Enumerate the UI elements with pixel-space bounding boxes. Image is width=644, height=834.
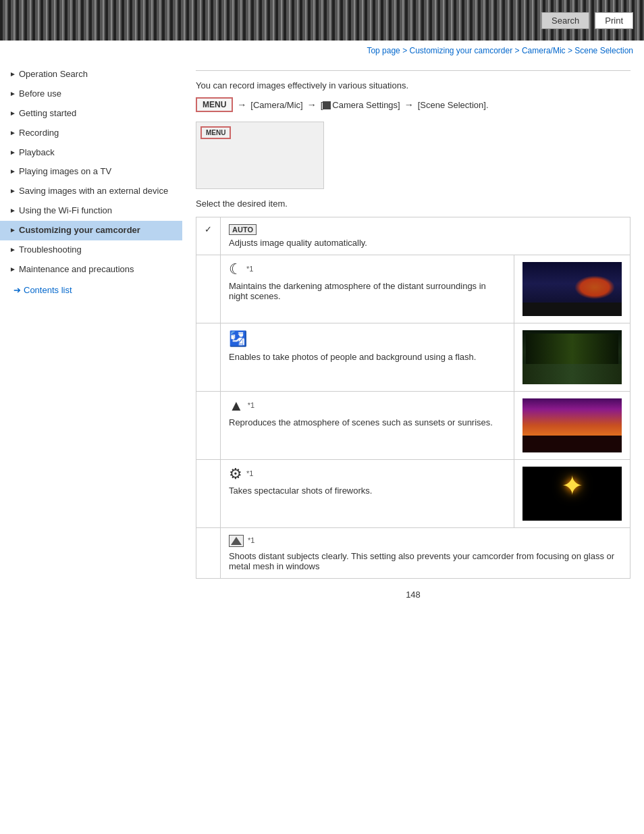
chevron-right-icon: ► [9, 226, 16, 234]
scene-night-text: Maintains the darkening atmosphere of th… [229, 281, 486, 301]
scene-night-photo-col [514, 255, 630, 323]
table-row: 🛂 Enables to take photos of people and b… [196, 323, 630, 392]
table-row: ▲ *1 Reproduces the atmosphere of scenes… [196, 392, 630, 460]
table-row: ✓ AUTO Adjusts image quality automatical… [196, 217, 630, 255]
scene-portrait-text: Enables to take photos of people and bac… [229, 352, 476, 362]
scene-sunset-photo-col [514, 392, 630, 460]
chevron-right-icon: ► [9, 245, 16, 254]
arrow-right-icon: ➔ [14, 285, 21, 295]
sidebar-item-label: Getting started [19, 108, 176, 120]
scene-fireworks-photo-col [514, 460, 630, 528]
arrow-icon: → [307, 99, 317, 110]
asterisk-label: *1 [246, 469, 253, 477]
scene-portrait-photo-col [514, 323, 630, 392]
scene-table: ✓ AUTO Adjusts image quality automatical… [196, 217, 630, 579]
sidebar: ► Operation Search ► Before use ► Gettin… [0, 58, 182, 307]
chevron-right-icon: ► [9, 148, 16, 157]
chevron-right-icon: ► [9, 70, 16, 78]
header: Search Print [0, 0, 644, 41]
arrow-icon: → [237, 99, 246, 110]
main-content: You can record images effectively in var… [182, 58, 644, 613]
sidebar-item-wifi[interactable]: ► Using the Wi-Fi function [0, 201, 182, 221]
menu-path-step1: [Camera/Mic] [250, 100, 302, 110]
chevron-right-icon: ► [9, 265, 16, 273]
select-text: Select the desired item. [196, 199, 630, 209]
search-button[interactable]: Search [541, 12, 589, 29]
sunset-photo [522, 398, 622, 452]
scene-landscape-text: Shoots distant subjects clearly. This se… [229, 551, 614, 571]
check-mark: ✓ [196, 217, 221, 255]
page-layout: ► Operation Search ► Before use ► Gettin… [0, 58, 644, 613]
menu-button-label: MENU [196, 97, 233, 112]
svg-marker-0 [231, 537, 242, 545]
sidebar-item-label: Saving images with an external device [19, 186, 176, 197]
camcorder-image: MENU [196, 122, 324, 189]
empty-check [196, 323, 221, 392]
breadcrumb-top[interactable]: Top page [367, 46, 400, 55]
chevron-right-icon: ► [9, 109, 16, 118]
sidebar-item-recording[interactable]: ► Recording [0, 124, 182, 143]
print-button[interactable]: Print [595, 12, 633, 29]
sidebar-item-label: Recording [19, 128, 176, 139]
sunset-icon: ▲ [229, 398, 244, 413]
sidebar-item-troubleshooting[interactable]: ► Troubleshooting [0, 240, 182, 260]
sidebar-item-label: Maintenance and precautions [19, 264, 176, 276]
asterisk-label: *1 [248, 536, 254, 544]
breadcrumb-current: Scene Selection [574, 46, 633, 55]
sidebar-item-getting-started[interactable]: ► Getting started [0, 104, 182, 124]
sidebar-item-customizing[interactable]: ► Customizing your camcorder [0, 221, 182, 240]
divider [196, 70, 630, 71]
menu-path-step3: [Scene Selection]. [418, 100, 489, 110]
chevron-right-icon: ► [9, 186, 16, 195]
intro-text: You can record images effectively in var… [196, 80, 630, 90]
scene-landscape-desc-col: *1 Shoots distant subjects clearly. This… [221, 528, 630, 579]
sidebar-item-label: Troubleshooting [19, 244, 176, 256]
sidebar-item-playback[interactable]: ► Playback [0, 143, 182, 163]
fireworks-icon: ⚙ [229, 467, 242, 481]
sidebar-item-label: Before use [19, 88, 176, 100]
scene-sunset-text: Reproduces the atmosphere of scenes such… [229, 417, 493, 427]
scene-fireworks-desc-col: ⚙ *1 Takes spectacular shots of firework… [221, 460, 514, 528]
sidebar-item-before-use[interactable]: ► Before use [0, 84, 182, 104]
auto-icon: AUTO [229, 224, 257, 235]
asterisk-label: *1 [246, 265, 253, 273]
chevron-right-icon: ► [9, 167, 16, 176]
table-row: ⚙ *1 Takes spectacular shots of firework… [196, 460, 630, 528]
breadcrumb-customizing[interactable]: Customizing your camcorder [409, 46, 512, 55]
menu-path-step2: [Camera Settings] [321, 100, 400, 110]
sidebar-item-playing-images[interactable]: ► Playing images on a TV [0, 162, 182, 182]
sidebar-item-saving-images[interactable]: ► Saving images with an external device [0, 182, 182, 201]
sidebar-item-label: Operation Search [19, 69, 176, 80]
sidebar-item-maintenance[interactable]: ► Maintenance and precautions [0, 260, 182, 280]
sidebar-item-label: Playing images on a TV [19, 166, 176, 178]
chevron-right-icon: ► [9, 128, 16, 137]
sidebar-item-operation-search[interactable]: ► Operation Search [0, 65, 182, 84]
contents-list-link[interactable]: ➔ Contents list [0, 280, 182, 301]
empty-check [196, 528, 221, 579]
menu-button-sim: MENU [200, 126, 231, 139]
empty-check [196, 392, 221, 460]
breadcrumb-camera-mic[interactable]: Camera/Mic [522, 46, 566, 55]
empty-check [196, 460, 221, 528]
night-portrait-icon: 🛂 [229, 330, 247, 347]
scene-sunset-desc-col: ▲ *1 Reproduces the atmosphere of scenes… [221, 392, 514, 460]
scene-auto-text: Adjusts image quality automatically. [229, 238, 367, 248]
asterisk-label: *1 [248, 401, 254, 409]
night-scene-icon: ☾ [229, 262, 242, 277]
contents-list-label: Contents list [24, 285, 72, 295]
sidebar-item-label: Playback [19, 147, 176, 159]
page-number: 148 [196, 590, 630, 600]
landscape-icon [229, 535, 244, 547]
breadcrumb: Top page > Customizing your camcorder > … [0, 41, 644, 58]
chevron-right-icon: ► [9, 206, 16, 215]
sidebar-item-label: Using the Wi-Fi function [19, 205, 176, 217]
table-row: *1 Shoots distant subjects clearly. This… [196, 528, 630, 579]
chevron-right-icon: ► [9, 89, 16, 98]
night-photo [522, 262, 622, 316]
menu-path: MENU → [Camera/Mic] → [Camera Settings] … [196, 97, 630, 112]
arrow-icon: → [404, 99, 414, 110]
empty-check [196, 255, 221, 323]
fireworks-photo [522, 467, 622, 521]
scene-night-desc-col: ☾ *1 Maintains the darkening atmosphere … [221, 255, 514, 323]
night-portrait-photo [522, 330, 622, 384]
